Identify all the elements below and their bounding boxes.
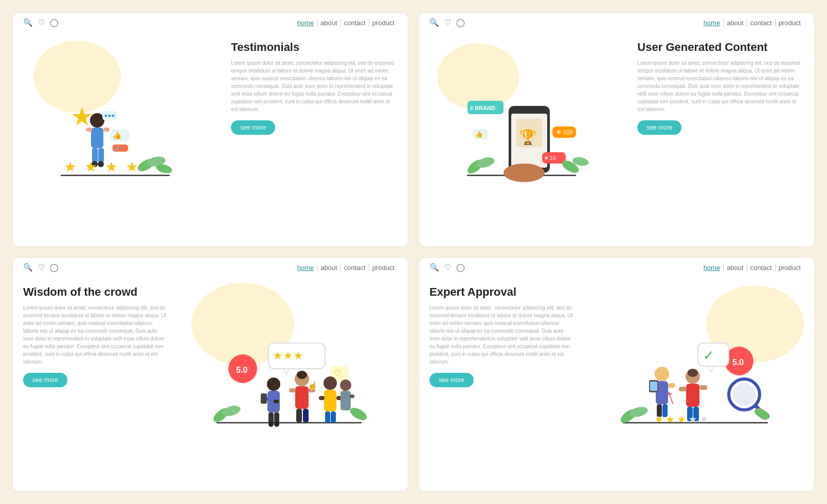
nav-bar-2: 🔍 ♡ ◯ home about contact product [419, 13, 814, 30]
card-crowd: 🔍 ♡ ◯ home about contact product Wisdom … [12, 257, 408, 492]
svg-point-96 [688, 369, 698, 377]
svg-rect-6 [98, 148, 104, 163]
svg-marker-47 [284, 369, 289, 375]
search-icon-4[interactable]: 🔍 [429, 263, 439, 272]
crowd-title: Wisdom of the crowd [23, 285, 168, 299]
card-expert: 🔍 ♡ ◯ home about contact product Expert … [419, 257, 815, 492]
svg-rect-59 [261, 393, 267, 404]
svg-point-79 [348, 405, 369, 423]
testimonials-illustration: ★ 👍 🔗 ★ ★ ★ ★ [23, 35, 223, 238]
card-ugc: 🔍 ♡ ◯ home about contact product # BRAND [419, 12, 815, 247]
svg-point-103 [733, 383, 756, 406]
expert-see-more[interactable]: see more [429, 373, 474, 387]
card-body-1: ★ 👍 🔗 ★ ★ ★ ★ [13, 30, 408, 246]
svg-rect-4 [103, 128, 110, 132]
nav-about-1[interactable]: about [317, 19, 341, 27]
svg-text:👍: 👍 [475, 130, 483, 138]
svg-rect-65 [296, 409, 302, 422]
svg-text:★: ★ [125, 159, 138, 175]
crowd-svg: 5.0 ★★★ ♡ [207, 328, 371, 436]
expert-svg: 5.0 ✓ ↑ [613, 328, 778, 436]
nav-contact-3[interactable]: contact [341, 264, 369, 272]
svg-point-51 [267, 377, 280, 391]
nav-product-2[interactable]: product [776, 19, 804, 27]
nav-home-2[interactable]: home [700, 19, 724, 27]
testimonials-lorem: Lorem ipsum dolor sit amet, consectetur … [231, 59, 398, 113]
svg-text:# BRAND: # BRAND [470, 105, 495, 111]
nav-product-3[interactable]: product [369, 264, 398, 272]
card-body-2: # BRAND 🏆 👍 👁 100 [419, 30, 814, 246]
card-body-4: Expert Approval Lorem ipsum dolor sit am… [419, 275, 814, 491]
svg-text:★: ★ [105, 159, 118, 175]
ugc-illustration: # BRAND 🏆 👍 👁 100 [429, 35, 629, 238]
svg-rect-70 [319, 396, 325, 400]
nav-icons-2: 🔍 ♡ ◯ [429, 18, 465, 27]
svg-text:5.0: 5.0 [732, 358, 744, 367]
svg-rect-62 [295, 386, 309, 409]
user-icon[interactable]: ◯ [50, 18, 59, 27]
heart-icon-2[interactable]: ♡ [444, 18, 451, 27]
svg-point-87 [655, 367, 669, 381]
nav-about-3[interactable]: about [317, 264, 341, 272]
svg-text:★: ★ [654, 413, 663, 425]
svg-text:★: ★ [64, 159, 77, 175]
ugc-see-more[interactable]: see more [637, 120, 681, 135]
svg-rect-99 [699, 385, 707, 390]
card-testimonials: 🔍 ♡ ◯ home about contact product [12, 12, 408, 247]
svg-marker-84 [708, 366, 713, 372]
nav-product-4[interactable]: product [776, 264, 804, 272]
svg-text:🔗: 🔗 [115, 145, 121, 152]
crowd-see-more[interactable]: see more [23, 373, 67, 387]
svg-point-22 [105, 115, 107, 117]
svg-rect-69 [324, 390, 336, 411]
svg-text:👁 100: 👁 100 [556, 129, 572, 135]
user-icon-2[interactable]: ◯ [456, 18, 465, 27]
svg-point-61 [297, 371, 307, 379]
nav-contact-1[interactable]: contact [341, 19, 369, 27]
heart-icon[interactable]: ♡ [38, 18, 45, 27]
user-icon-4[interactable]: ◯ [456, 263, 465, 272]
nav-contact-2[interactable]: contact [747, 19, 776, 27]
expert-content: Expert Approval Lorem ipsum dolor sit am… [429, 280, 579, 483]
testimonials-see-more[interactable]: see more [231, 120, 275, 135]
svg-rect-90 [668, 383, 675, 388]
nav-home-3[interactable]: home [294, 264, 318, 272]
svg-rect-98 [679, 387, 687, 391]
nav-icons-1: 🔍 ♡ ◯ [23, 18, 59, 27]
nav-contact-4[interactable]: contact [747, 264, 776, 272]
nav-links-2: home about contact product [700, 19, 804, 27]
svg-text:👍: 👍 [113, 131, 122, 140]
nav-home-1[interactable]: home [294, 19, 318, 27]
svg-text:✓: ✓ [703, 348, 714, 363]
svg-point-68 [323, 376, 337, 390]
svg-text:★: ★ [677, 413, 686, 425]
svg-rect-76 [350, 394, 354, 398]
nav-about-4[interactable]: about [724, 264, 747, 272]
card-body-3: Wisdom of the crowd Lorem ipsum dolor si… [13, 275, 408, 491]
svg-text:★: ★ [688, 413, 697, 425]
svg-rect-72 [325, 411, 330, 423]
testimonials-title: Testimonials [231, 41, 398, 54]
svg-point-32 [504, 164, 545, 182]
svg-point-57 [268, 422, 274, 427]
nav-product-1[interactable]: product [369, 19, 398, 27]
ugc-content: User Generated Content Lorem ipsum dolor… [637, 35, 804, 238]
crowd-lorem: Lorem ipsum dolor sit amet, consectetur … [23, 304, 168, 366]
search-icon-2[interactable]: 🔍 [429, 18, 439, 27]
nav-home-4[interactable]: home [700, 264, 724, 272]
svg-text:5.0: 5.0 [236, 366, 247, 374]
user-icon-3[interactable]: ◯ [50, 263, 59, 272]
ugc-lorem: Lorem ipsum dolor sit amet, consectetur … [637, 59, 804, 113]
heart-icon-4[interactable]: ♡ [444, 263, 451, 272]
testimonials-content: Testimonials Lorem ipsum dolor sit amet,… [231, 35, 398, 238]
nav-icons-3: 🔍 ♡ ◯ [23, 263, 59, 272]
svg-text:🏆: 🏆 [519, 129, 537, 146]
nav-links-1: home about contact product [294, 19, 398, 27]
svg-text:★★★: ★★★ [273, 349, 303, 362]
heart-icon-3[interactable]: ♡ [38, 263, 45, 272]
svg-rect-75 [340, 391, 351, 410]
nav-about-2[interactable]: about [724, 19, 747, 27]
main-grid: 🔍 ♡ ◯ home about contact product [12, 12, 815, 492]
search-icon[interactable]: 🔍 [23, 18, 33, 27]
search-icon-3[interactable]: 🔍 [23, 263, 33, 272]
